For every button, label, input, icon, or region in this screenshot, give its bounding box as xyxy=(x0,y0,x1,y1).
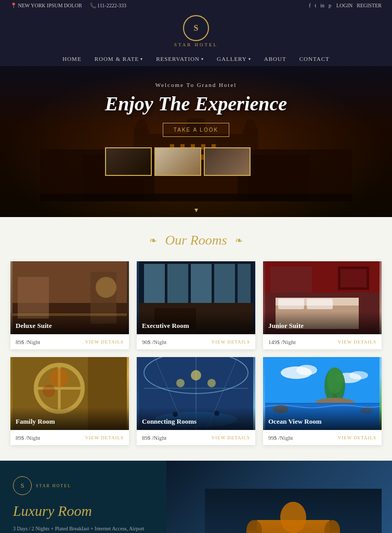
room-price-deluxe: 89$ /Night xyxy=(16,339,40,345)
room-img-ocean: Ocean View Room xyxy=(263,357,382,430)
hero-scroll-arrow[interactable]: ▾ xyxy=(194,206,198,214)
room-card-family: Family Room 89$ /Night VIEW DETAILS xyxy=(10,357,129,445)
svg-rect-30 xyxy=(214,264,235,303)
room-card-connecting: Connecting Rooms 89$ /Night VIEW DETAILS xyxy=(137,357,255,445)
luxury-img-area xyxy=(166,461,392,533)
hero-thumb-img-3 xyxy=(205,148,250,175)
room-img-connecting: Connecting Rooms xyxy=(137,357,255,430)
luxury-title: Luxury Room xyxy=(13,503,153,519)
hero-thumb-2[interactable] xyxy=(154,147,201,176)
room-details-link-executive[interactable]: VIEW DETAILS xyxy=(212,339,250,345)
ornament-left: ❧ xyxy=(149,235,157,246)
logo-circle: S xyxy=(183,15,209,41)
register-link[interactable]: REGISTER xyxy=(357,3,382,8)
svg-rect-29 xyxy=(191,264,212,303)
nav-home[interactable]: HOME xyxy=(62,56,81,62)
room-card-executive: Executive Room 90$ /Night VIEW DETAILS xyxy=(137,261,255,349)
room-footer-family: 89$ /Night VIEW DETAILS xyxy=(10,430,129,445)
svg-point-59 xyxy=(207,379,216,387)
nav-about[interactable]: ABOUT xyxy=(264,56,286,62)
svg-rect-28 xyxy=(167,264,188,303)
hero-thumbnails xyxy=(105,147,287,176)
room-name-family: Family Room xyxy=(10,407,129,430)
room-footer-executive: 90$ /Night VIEW DETAILS xyxy=(137,334,255,349)
room-details-link-connecting[interactable]: VIEW DETAILS xyxy=(212,435,250,440)
hero-thumb-img-2 xyxy=(155,148,200,175)
room-card-junior: Junior Suite 149$ /Night VIEW DETAILS xyxy=(263,261,382,349)
hero-section: Welcome To Grand Hotel Enjoy The Experie… xyxy=(0,66,392,217)
luxury-logo-circle: S xyxy=(13,476,32,495)
room-card-deluxe: Deluxe Suite 89$ /Night VIEW DETAILS xyxy=(10,261,129,349)
room-details-link-deluxe[interactable]: VIEW DETAILS xyxy=(85,339,124,345)
main-nav: HOME ROOM & RATE RESERVATION GALLERY ABO… xyxy=(62,52,330,66)
rooms-section: ❧ Our Rooms ❧ Deluxe Suite xyxy=(0,217,392,461)
luxury-section: S STAR HOTEL Luxury Room 3 Days / 2 Nigh… xyxy=(0,461,392,533)
svg-rect-18 xyxy=(40,194,352,201)
room-price-junior: 149$ /Night xyxy=(268,339,296,345)
room-details-link-junior[interactable]: VIEW DETAILS xyxy=(338,339,376,345)
luxury-building-svg xyxy=(205,489,382,533)
social-links: f t in p xyxy=(309,3,331,8)
top-bar-right: f t in p LOGIN REGISTER xyxy=(309,3,382,8)
facebook-icon[interactable]: f xyxy=(309,3,310,8)
hero-thumb-img-1 xyxy=(106,148,151,175)
svg-point-24 xyxy=(96,277,116,298)
nav-contact[interactable]: CONTACT xyxy=(299,56,330,62)
svg-rect-27 xyxy=(144,264,165,303)
room-img-family: Family Room xyxy=(10,357,129,430)
svg-point-60 xyxy=(191,370,201,380)
luxury-description: 3 Days / 2 Nights + Plated Breakfast + I… xyxy=(13,525,153,533)
nav-gallery[interactable]: GALLERY xyxy=(217,56,251,62)
logo-area: S STAR HOTEL xyxy=(174,15,218,47)
room-name-connecting: Connecting Rooms xyxy=(137,407,255,430)
svg-point-66 xyxy=(296,365,317,375)
nav-room-rate[interactable]: ROOM & RATE xyxy=(95,56,143,62)
logo-letter: S xyxy=(194,23,199,33)
hero-thumb-1[interactable] xyxy=(105,147,152,176)
svg-rect-39 xyxy=(278,299,304,309)
section-title: Our Rooms xyxy=(165,233,227,248)
room-details-link-family[interactable]: VIEW DETAILS xyxy=(85,435,124,440)
room-price-ocean: 99$ /Night xyxy=(268,435,293,441)
nav-reservation[interactable]: RESERVATION xyxy=(156,56,204,62)
room-footer-junior: 149$ /Night VIEW DETAILS xyxy=(263,334,382,349)
luxury-logo: S STAR HOTEL xyxy=(13,476,153,495)
room-footer-deluxe: 89$ /Night VIEW DETAILS xyxy=(10,334,129,349)
rooms-grid: Deluxe Suite 89$ /Night VIEW DETAILS xyxy=(10,261,382,445)
luxury-left: S STAR HOTEL Luxury Room 3 Days / 2 Nigh… xyxy=(0,461,166,533)
header: S STAR HOTEL HOME ROOM & RATE RESERVATIO… xyxy=(0,11,392,66)
svg-point-71 xyxy=(327,367,343,394)
svg-point-84 xyxy=(280,502,306,533)
room-footer-ocean: 99$ /Night VIEW DETAILS xyxy=(263,430,382,445)
room-img-deluxe: Deluxe Suite xyxy=(10,261,129,334)
instagram-icon[interactable]: in xyxy=(320,3,324,8)
room-price-connecting: 89$ /Night xyxy=(142,435,166,441)
room-img-executive: Executive Room xyxy=(137,261,255,334)
svg-rect-36 xyxy=(270,266,312,293)
room-card-ocean: Ocean View Room 99$ /Night VIEW DETAILS xyxy=(263,357,382,445)
hero-welcome-text: Welcome To Grand Hotel xyxy=(105,82,287,88)
room-name-junior: Junior Suite xyxy=(263,311,382,334)
auth-links: LOGIN REGISTER xyxy=(336,3,382,8)
phone-text: 📞 111-2222-333 xyxy=(90,3,126,8)
twitter-icon[interactable]: t xyxy=(315,3,317,8)
location-text: 📍 NEW YORK IPSUM DOLOR xyxy=(10,3,82,8)
room-details-link-ocean[interactable]: VIEW DETAILS xyxy=(338,435,376,440)
top-bar: 📍 NEW YORK IPSUM DOLOR 📞 111-2222-333 f … xyxy=(0,0,392,11)
room-price-executive: 90$ /Night xyxy=(142,339,166,345)
room-name-ocean: Ocean View Room xyxy=(263,407,382,430)
hero-cta-button[interactable]: TAKE A LOOK xyxy=(163,123,229,137)
hero-content: Welcome To Grand Hotel Enjoy The Experie… xyxy=(105,66,287,176)
svg-rect-31 xyxy=(238,264,251,303)
svg-point-58 xyxy=(176,379,185,387)
room-name-executive: Executive Room xyxy=(137,311,255,334)
top-bar-left: 📍 NEW YORK IPSUM DOLOR 📞 111-2222-333 xyxy=(10,3,126,8)
hero-thumb-3[interactable] xyxy=(204,147,251,176)
ornament-right: ❧ xyxy=(235,235,243,246)
logo-text: STAR HOTEL xyxy=(174,42,218,47)
hero-title: Enjoy The Experience xyxy=(105,92,287,115)
pinterest-icon[interactable]: p xyxy=(329,3,331,8)
luxury-logo-letter: S xyxy=(21,482,24,490)
svg-rect-64 xyxy=(265,357,380,404)
login-link[interactable]: LOGIN xyxy=(336,3,352,8)
